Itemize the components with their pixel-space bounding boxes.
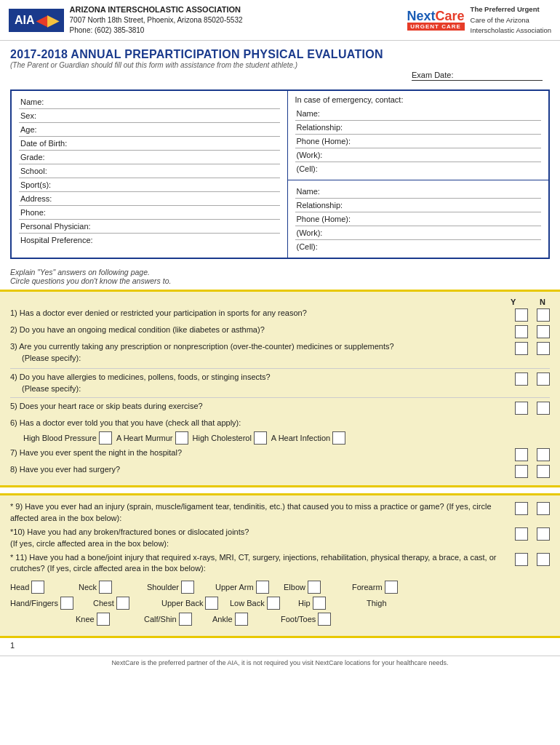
head-box[interactable] bbox=[31, 581, 44, 594]
question-1-row: 1) Has a doctor ever denied or restricte… bbox=[10, 308, 550, 322]
q6-hi-box[interactable] bbox=[332, 431, 345, 445]
q3-yes-box[interactable] bbox=[515, 342, 528, 355]
q3-no-box[interactable] bbox=[537, 342, 550, 355]
calf-shin-box[interactable] bbox=[179, 613, 192, 626]
emergency-contact-top: In case of emergency, contact: Name: Rel… bbox=[288, 91, 549, 180]
body-upper-arm: Upper Arm bbox=[215, 581, 281, 594]
head-label: Head bbox=[10, 583, 29, 591]
explain-line1: Explain "Yes" answers on following page. bbox=[10, 268, 550, 276]
q11-no-box[interactable] bbox=[537, 553, 550, 566]
explain-note: Explain "Yes" answers on following page.… bbox=[0, 265, 560, 290]
field-dob[interactable]: Date of Birth: bbox=[19, 137, 280, 151]
field-age[interactable]: Age: bbox=[19, 123, 280, 137]
q4-no-box[interactable] bbox=[537, 372, 550, 386]
page-num-text: 1 bbox=[10, 641, 15, 650]
q6-hm-box[interactable] bbox=[175, 431, 188, 445]
medical-questions-section: Y N 1) Has a doctor ever denied or restr… bbox=[0, 290, 560, 487]
n-label: N bbox=[540, 298, 545, 306]
emergency-relationship-2[interactable]: Relationship: bbox=[295, 199, 542, 212]
urgent-care-label: URGENT CARE bbox=[407, 23, 465, 31]
q6-hbp-box[interactable] bbox=[99, 431, 112, 445]
page-number: 1 bbox=[0, 638, 560, 653]
q4-yes-box[interactable] bbox=[515, 372, 528, 386]
question-4-text: 4) Do you have allergies to medicines, p… bbox=[10, 372, 515, 394]
q6-hc-label: High Cholesterol bbox=[193, 434, 252, 442]
upper-arm-box[interactable] bbox=[256, 581, 269, 594]
body-hand-fingers: Hand/Fingers bbox=[10, 597, 90, 610]
shoulder-label: Shoulder bbox=[147, 583, 179, 591]
emergency-cell-1[interactable]: (Cell): bbox=[295, 162, 542, 175]
emergency-work-2[interactable]: (Work): bbox=[295, 226, 542, 240]
field-name[interactable]: Name: bbox=[19, 95, 280, 109]
q10-yes-box[interactable] bbox=[515, 527, 528, 541]
body-calf-shin: Calf/Shin bbox=[144, 613, 209, 626]
knee-box[interactable] bbox=[97, 613, 110, 626]
q5-no-box[interactable] bbox=[537, 402, 550, 415]
hip-box[interactable] bbox=[313, 597, 326, 610]
question-6-yn bbox=[515, 418, 550, 418]
upper-back-box[interactable] bbox=[205, 597, 218, 610]
q2-no-box[interactable] bbox=[537, 325, 550, 338]
emergency-phone-home-1[interactable]: Phone (Home): bbox=[295, 135, 542, 148]
field-school[interactable]: School: bbox=[19, 164, 280, 178]
q6-hc-box[interactable] bbox=[254, 431, 267, 445]
body-elbow: Elbow bbox=[284, 581, 349, 594]
question-4-yn bbox=[515, 372, 550, 386]
low-back-box[interactable] bbox=[267, 597, 280, 610]
ankle-box[interactable] bbox=[235, 613, 248, 626]
field-hospital[interactable]: Hospital Preference: bbox=[19, 234, 280, 247]
body-ankle: Ankle bbox=[212, 613, 278, 626]
nextcare-brand-name: NextCare bbox=[407, 9, 465, 23]
body-row-1: Head Neck Shoulder Upper Arm Elbow Forea… bbox=[10, 581, 550, 594]
body-neck: Neck bbox=[79, 581, 144, 594]
yn-header: Y N bbox=[10, 298, 550, 306]
emergency-name-1[interactable]: Name: bbox=[295, 107, 542, 121]
aia-org-text: ARIZONA INTERSCHOLASTIC ASSOCIATION 7007… bbox=[70, 4, 243, 36]
shoulder-box[interactable] bbox=[181, 581, 194, 594]
q9-no-box[interactable] bbox=[537, 502, 550, 515]
field-phone[interactable]: Phone: bbox=[19, 206, 280, 220]
emergency-name-2[interactable]: Name: bbox=[295, 185, 542, 199]
elbow-box[interactable] bbox=[308, 581, 321, 594]
question-11-text: * 11) Have you had a bone/joint injury t… bbox=[10, 552, 515, 575]
question-7-yn bbox=[515, 447, 550, 461]
field-address[interactable]: Address: bbox=[19, 192, 280, 206]
emergency-relationship-1[interactable]: Relationship: bbox=[295, 121, 542, 135]
q9-yes-box[interactable] bbox=[515, 502, 528, 515]
question-2-row: 2) Do you have an ongoing medical condit… bbox=[10, 324, 550, 338]
injury-questions-section: * 9) Have you ever had an injury (sprain… bbox=[0, 493, 560, 637]
field-physician[interactable]: Personal Physician: bbox=[19, 220, 280, 234]
emergency-work-1[interactable]: (Work): bbox=[295, 148, 542, 162]
footer-text: NextCare is the preferred partner of the… bbox=[111, 659, 448, 666]
field-sports[interactable]: Sport(s): bbox=[19, 178, 280, 192]
org-name: ARIZONA INTERSCHOLASTIC ASSOCIATION bbox=[70, 4, 243, 15]
q1-no-box[interactable] bbox=[537, 308, 550, 322]
aia-logo: AIA ◀ ▶ bbox=[9, 9, 64, 32]
forearm-label: Forearm bbox=[352, 583, 383, 591]
question-3-text: 3) Are you currently taking any prescrip… bbox=[10, 341, 515, 365]
neck-box[interactable] bbox=[99, 581, 112, 594]
q8-no-box[interactable] bbox=[537, 465, 550, 478]
q11-yes-box[interactable] bbox=[515, 553, 528, 566]
foot-toes-box[interactable] bbox=[318, 613, 331, 626]
q7-yes-box[interactable] bbox=[515, 448, 528, 461]
page-header: AIA ◀ ▶ ARIZONA INTERSCHOLASTIC ASSOCIAT… bbox=[0, 0, 560, 41]
field-sex[interactable]: Sex: bbox=[19, 109, 280, 123]
q1-yes-box[interactable] bbox=[515, 308, 528, 322]
q2-yes-box[interactable] bbox=[515, 325, 528, 338]
q6-hbp-label: High Blood Pressure bbox=[23, 434, 97, 442]
aia-text: AIA bbox=[15, 14, 35, 27]
question-1-text: 1) Has a doctor ever denied or restricte… bbox=[10, 308, 515, 319]
q5-yes-box[interactable] bbox=[515, 402, 528, 415]
chest-box[interactable] bbox=[116, 597, 129, 610]
emergency-phone-home-2[interactable]: Phone (Home): bbox=[295, 212, 542, 226]
field-grade[interactable]: Grade: bbox=[19, 151, 280, 164]
q8-yes-box[interactable] bbox=[515, 465, 528, 478]
q6-high-blood-pressure: High Blood Pressure bbox=[23, 431, 112, 445]
foot-toes-label: Foot/Toes bbox=[281, 615, 316, 624]
q10-no-box[interactable] bbox=[537, 527, 550, 541]
forearm-box[interactable] bbox=[385, 581, 398, 594]
q7-no-box[interactable] bbox=[537, 448, 550, 461]
hand-fingers-box[interactable] bbox=[60, 597, 73, 610]
emergency-cell-2[interactable]: (Cell): bbox=[295, 240, 542, 253]
